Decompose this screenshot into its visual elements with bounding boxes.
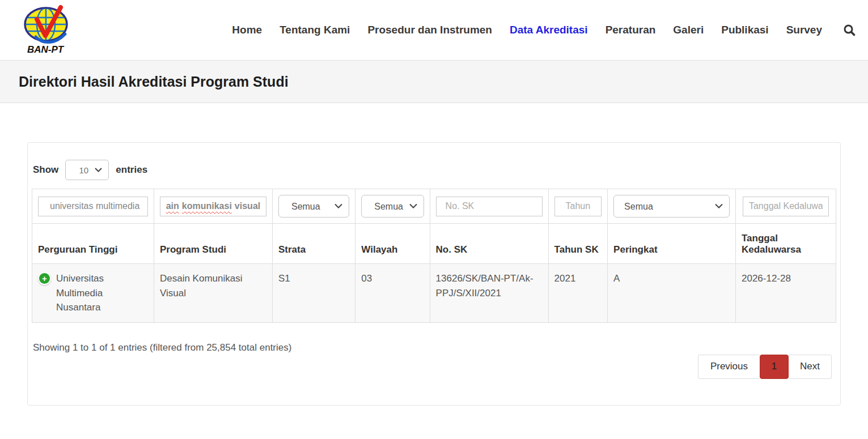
main-content: Show 10 entries (0, 103, 868, 406)
nav-item-home[interactable]: Home (232, 24, 262, 36)
column-header-no-sk[interactable]: No. SK (430, 224, 548, 264)
nav-item-peraturan[interactable]: Peraturan (606, 24, 656, 36)
cell-tanggal-kedaluwarsa: 2026-12-28 (735, 264, 836, 323)
filter-program-studi-input[interactable]: ainkomunikasivisual (160, 197, 266, 216)
nav-item-publikasi[interactable]: Publikasi (721, 24, 768, 36)
column-header-tahun-sk[interactable]: Tahun SK (548, 224, 608, 264)
page-title: Direktori Hasil Akreditasi Program Studi (19, 74, 289, 90)
previous-page-button[interactable]: Previous (698, 355, 760, 379)
nav-item-galeri[interactable]: Galeri (673, 24, 704, 36)
cell-peringkat: A (608, 264, 736, 323)
column-header-strata[interactable]: Strata (272, 224, 355, 264)
length-controls: Show 10 entries (33, 160, 836, 180)
cell-tahun-sk: 2021 (548, 264, 608, 323)
filter-row: ainkomunikasivisual Semua (32, 189, 836, 224)
column-header-tanggal-kedaluwarsa[interactable]: Tanggal Kedaluwarsa (735, 224, 836, 264)
filter-no-sk-input[interactable] (436, 197, 543, 216)
main-navigation: Home Tentang Kami Prosedur dan Instrumen… (232, 24, 860, 36)
page-title-bar: Direktori Hasil Akreditasi Program Studi (0, 60, 868, 103)
column-header-row: Perguruan Tinggi Program Studi Strata Wi… (32, 224, 836, 264)
logo-text: BAN-PT (27, 44, 65, 55)
nav-item-tentang-kami[interactable]: Tentang Kami (280, 24, 350, 36)
column-header-perguruan-tinggi[interactable]: Perguruan Tinggi (32, 224, 154, 264)
cell-perguruan-tinggi: Universitas Multimedia Nusantara (56, 271, 148, 315)
accreditation-table: ainkomunikasivisual Semua (32, 189, 836, 323)
column-header-peringkat[interactable]: Peringkat (608, 224, 736, 264)
results-card: Show 10 entries (27, 142, 841, 406)
page-length-select[interactable]: 10 (65, 160, 109, 180)
filter-tahun-input[interactable] (554, 197, 602, 216)
next-page-button[interactable]: Next (789, 355, 832, 379)
nav-item-prosedur-dan-instrumen[interactable]: Prosedur dan Instrumen (367, 24, 492, 36)
site-header: BAN-PT Home Tentang Kami Prosedur dan In… (0, 0, 868, 60)
filter-peringkat-select[interactable]: Semua (613, 195, 730, 218)
globe-checkmark-logo: BAN-PT (19, 3, 71, 55)
nav-item-survey[interactable]: Survey (786, 24, 822, 36)
column-header-wilayah[interactable]: Wilayah (355, 224, 430, 264)
current-page-button[interactable]: 1 (760, 355, 789, 379)
pagination: Previous 1 Next (698, 355, 832, 379)
table-row: + Universitas Multimedia Nusantara Desai… (32, 264, 836, 323)
search-icon[interactable] (843, 24, 856, 36)
filter-wilayah-select[interactable]: Semua (361, 195, 424, 218)
cell-no-sk: 13626/SK/BAN-PT/Ak-PPJ/S/XII/2021 (430, 264, 548, 323)
table-footer: Showing 1 to 1 of 1 entries (filtered fr… (32, 342, 836, 379)
expand-row-icon[interactable]: + (38, 272, 51, 285)
filter-strata-select[interactable]: Semua (278, 195, 349, 218)
show-label: Show (33, 164, 58, 176)
cell-strata: S1 (272, 264, 355, 323)
filter-perguruan-tinggi-input[interactable] (38, 197, 148, 216)
entries-label: entries (116, 164, 147, 176)
column-header-program-studi[interactable]: Program Studi (154, 224, 272, 264)
nav-item-data-akreditasi[interactable]: Data Akreditasi (510, 24, 588, 36)
filter-tanggal-kedaluwarsa-input[interactable] (743, 197, 829, 216)
cell-program-studi: Desain Komunikasi Visual (154, 264, 272, 323)
cell-wilayah: 03 (355, 264, 430, 323)
ban-pt-logo[interactable]: BAN-PT (19, 3, 71, 57)
entries-summary: Showing 1 to 1 of 1 entries (filtered fr… (32, 342, 291, 353)
